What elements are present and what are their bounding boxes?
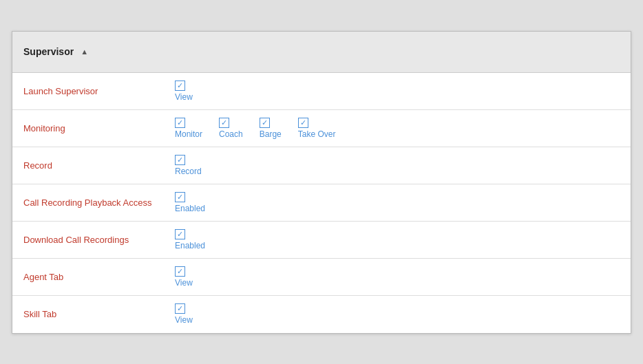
row-label-call-recording-playback: Call Recording Playback Access [23,197,175,208]
control-label-record: Record [175,167,202,176]
control-item-view: ✓View [175,81,193,102]
checkbox-view[interactable]: ✓ [175,266,185,277]
supervisor-panel: Supervisor ▲ Launch Supervisor✓ViewMonit… [12,31,631,334]
row-skill-tab: Skill Tab✓View [12,296,631,333]
control-item-enabled: ✓Enabled [175,229,205,250]
checkbox-enabled[interactable]: ✓ [175,192,185,202]
panel-title: Supervisor [23,46,74,57]
control-label-view: View [175,315,193,325]
panel-body: Launch Supervisor✓ViewMonitoring✓Monitor… [12,73,631,333]
checkbox-icon-enabled: ✓ [175,229,185,239]
control-item-view: ✓View [175,266,193,288]
checkbox-icon-view: ✓ [175,81,185,91]
control-item-take-over: ✓Take Over [298,118,336,139]
checkbox-icon-enabled: ✓ [175,192,185,202]
row-agent-tab: Agent Tab✓View [12,259,631,296]
row-controls-launch-supervisor: ✓View [175,81,193,102]
checkbox-take-over[interactable]: ✓ [298,118,308,128]
control-label-enabled: Enabled [175,204,205,213]
control-item-monitor: ✓Monitor [175,118,202,139]
row-controls-call-recording-playback: ✓Enabled [175,192,205,213]
control-item-enabled: ✓Enabled [175,192,205,213]
checkbox-icon-record: ✓ [175,155,185,165]
control-label-enabled: Enabled [175,241,205,250]
row-controls-skill-tab: ✓View [175,303,193,325]
row-controls-download-call-recordings: ✓Enabled [175,229,205,250]
checkbox-monitor[interactable]: ✓ [175,118,185,128]
control-label-view: View [175,92,193,102]
row-label-record: Record [23,160,175,171]
checkbox-coach[interactable]: ✓ [219,118,229,128]
row-controls-record: ✓Record [175,155,202,176]
control-label-barge: Barge [260,129,282,139]
checkbox-view[interactable]: ✓ [175,303,185,314]
control-label-view: View [175,278,193,288]
row-download-call-recordings: Download Call Recordings✓Enabled [12,222,631,259]
checkbox-icon-barge: ✓ [260,118,270,128]
control-item-record: ✓Record [175,155,202,176]
row-controls-agent-tab: ✓View [175,266,193,288]
checkbox-enabled[interactable]: ✓ [175,229,185,239]
checkbox-barge[interactable]: ✓ [260,118,270,128]
row-record: Record✓Record [12,147,631,184]
row-label-skill-tab: Skill Tab [23,309,175,319]
checkbox-icon-coach: ✓ [219,118,229,128]
checkbox-icon-take-over: ✓ [298,118,308,128]
control-item-coach: ✓Coach [219,118,243,139]
control-label-monitor: Monitor [175,129,202,139]
row-label-download-call-recordings: Download Call Recordings [23,235,175,245]
checkbox-icon-view: ✓ [175,303,185,314]
control-label-coach: Coach [219,129,243,139]
checkbox-record[interactable]: ✓ [175,155,185,165]
control-item-view: ✓View [175,303,193,325]
panel-header: Supervisor ▲ [12,32,631,73]
row-label-launch-supervisor: Launch Supervisor [23,86,175,96]
control-label-take-over: Take Over [298,129,336,139]
row-label-agent-tab: Agent Tab [23,272,175,282]
row-monitoring: Monitoring✓Monitor✓Coach✓Barge✓Take Over [12,110,631,147]
row-launch-supervisor: Launch Supervisor✓View [12,73,631,110]
row-controls-monitoring: ✓Monitor✓Coach✓Barge✓Take Over [175,118,335,139]
checkbox-icon-view: ✓ [175,266,185,277]
row-label-monitoring: Monitoring [23,123,175,133]
checkbox-icon-monitor: ✓ [175,118,185,128]
row-call-recording-playback: Call Recording Playback Access✓Enabled [12,184,631,222]
collapse-icon[interactable]: ▲ [81,47,88,56]
control-item-barge: ✓Barge [260,118,282,139]
checkbox-view[interactable]: ✓ [175,81,185,91]
